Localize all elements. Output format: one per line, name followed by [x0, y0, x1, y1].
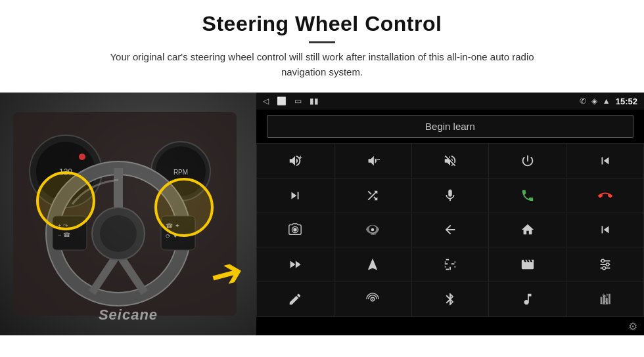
svg-text:−  ☎: − ☎: [58, 232, 70, 238]
power-button[interactable]: [489, 144, 566, 178]
status-bar: ◁ ⬜ ▭ ▮▮ ✆ ◈ ▲ 15:52: [256, 93, 644, 110]
radio-icon: [365, 292, 380, 306]
camera-button[interactable]: [257, 213, 334, 247]
bottom-bar: ⚙: [256, 317, 644, 335]
home-icon: [520, 222, 535, 237]
wifi-status-icon: ▲: [603, 96, 610, 106]
view360-button[interactable]: 360°: [334, 213, 411, 247]
vol-up-icon: +: [288, 154, 302, 168]
svg-point-23: [294, 228, 298, 232]
shuffle-icon: [365, 188, 380, 203]
music-icon: [520, 292, 535, 306]
status-left: ◁ ⬜ ▭ ▮▮: [263, 96, 319, 106]
phone-status-icon: ✆: [580, 96, 586, 106]
navigation-button[interactable]: [334, 247, 411, 282]
pen-icon: [288, 292, 302, 306]
phone-icon: [520, 188, 535, 203]
skip-fwd-icon: [288, 188, 302, 203]
status-time: 15:52: [616, 96, 637, 106]
svg-rect-35: [606, 298, 608, 304]
svg-point-30: [606, 263, 609, 266]
seicane-watermark: Seicane: [99, 306, 158, 324]
view360-icon: 360°: [365, 222, 380, 237]
begin-learn-row: Begin learn: [256, 110, 644, 143]
svg-text:RPM: RPM: [173, 169, 188, 176]
svg-point-7: [79, 154, 85, 160]
svg-rect-33: [600, 297, 602, 304]
fast-fwd-button[interactable]: [257, 247, 334, 282]
svg-point-32: [372, 299, 373, 300]
media-icon: [520, 257, 535, 272]
highlight-circle-right: [154, 178, 214, 237]
sliders-icon: [598, 257, 612, 272]
android-ui: ◁ ⬜ ▭ ▮▮ ✆ ◈ ▲ 15:52 Begin learn: [256, 93, 644, 335]
back-icon: [443, 222, 457, 237]
equalizer2-icon: [598, 292, 612, 306]
svg-rect-34: [603, 295, 605, 304]
svg-point-31: [602, 266, 605, 270]
svg-rect-36: [609, 294, 610, 304]
camera-icon: [288, 222, 302, 237]
signal-icon: ▮▮: [310, 96, 319, 106]
svg-text:−: −: [377, 156, 380, 163]
radio-button[interactable]: [334, 282, 411, 316]
back-button[interactable]: [412, 213, 489, 247]
location-status-icon: ◈: [591, 96, 597, 106]
svg-point-29: [601, 259, 605, 262]
page-subtitle: Your original car's steering wheel contr…: [92, 50, 552, 79]
navigation-icon: [365, 257, 380, 272]
status-right: ✆ ◈ ▲ 15:52: [580, 96, 637, 106]
svg-text:360°: 360°: [371, 233, 377, 236]
pen-button[interactable]: [257, 282, 334, 316]
bluetooth-icon: [443, 292, 457, 306]
content-area: 120 RPM: [0, 93, 644, 335]
mute-button[interactable]: [412, 144, 489, 178]
prev-track-icon: [598, 154, 612, 168]
hang-up-button[interactable]: [566, 178, 643, 213]
title-section: Steering Wheel Control Your original car…: [92, 12, 552, 79]
mic-button[interactable]: [412, 178, 489, 213]
svg-text:+: +: [299, 154, 302, 161]
car-background: 120 RPM: [0, 93, 256, 335]
skip-prev-button[interactable]: [566, 213, 643, 247]
settings-gear-icon[interactable]: ⚙: [628, 320, 637, 333]
home-button[interactable]: [489, 213, 566, 247]
recents-nav-icon[interactable]: ▭: [294, 96, 302, 106]
page-wrapper: Steering Wheel Control Your original car…: [0, 0, 644, 357]
highlight-circle-left: [36, 171, 95, 230]
mic-icon: [443, 188, 457, 203]
svg-point-24: [371, 228, 375, 232]
sliders-button[interactable]: [566, 247, 643, 282]
skip-fwd-button[interactable]: [257, 178, 334, 213]
power-icon: [520, 154, 535, 168]
begin-learn-button[interactable]: Begin learn: [267, 115, 633, 138]
bluetooth-button[interactable]: [412, 282, 489, 316]
prev-track-button[interactable]: [566, 144, 643, 178]
vol-down-button[interactable]: −: [334, 144, 411, 178]
vol-down-icon: −: [365, 154, 380, 168]
settings2-button[interactable]: [412, 247, 489, 282]
skip-prev-icon: [598, 222, 612, 237]
page-title: Steering Wheel Control: [92, 12, 552, 36]
equalizer-icon: [443, 257, 457, 272]
back-nav-icon[interactable]: ◁: [263, 96, 269, 106]
car-image-section: 120 RPM: [0, 93, 256, 335]
media-button[interactable]: [489, 247, 566, 282]
svg-point-14: [100, 215, 137, 252]
home-nav-icon[interactable]: ⬜: [277, 96, 287, 106]
equalizer2-button[interactable]: [566, 282, 643, 316]
music-button[interactable]: [489, 282, 566, 316]
phone-button[interactable]: [489, 178, 566, 213]
fast-fwd-icon: [288, 257, 302, 272]
hang-up-icon: [598, 188, 612, 203]
mute-icon: [443, 154, 457, 168]
shuffle-button[interactable]: [334, 178, 411, 213]
control-grid: + −: [256, 143, 644, 317]
vol-up-button[interactable]: +: [257, 144, 334, 178]
title-divider: [309, 41, 335, 43]
